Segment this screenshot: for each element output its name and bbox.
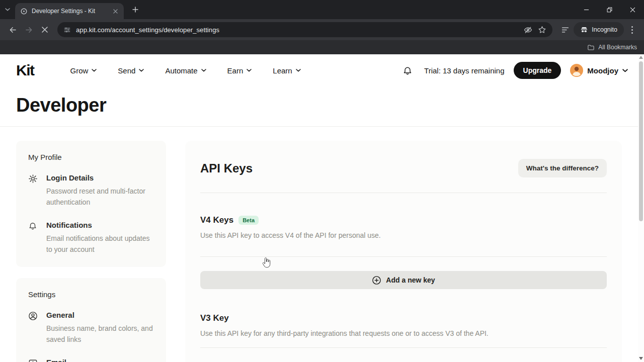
chevron-down-icon (139, 69, 144, 72)
sidebar-section-settings: Settings General Business name, brand co… (16, 278, 166, 362)
sidebar-item-description: Business name, brand colors, and saved l… (46, 323, 154, 345)
bell-icon (403, 65, 413, 75)
nav-item-send[interactable]: Send (118, 66, 144, 75)
scroll-down-button[interactable] (639, 357, 643, 360)
all-bookmarks-label: All Bookmarks (598, 44, 637, 51)
restore-icon (607, 7, 612, 13)
bookmarks-bar: All Bookmarks (0, 40, 644, 54)
chevron-down-icon (92, 69, 97, 72)
nav-item-automate[interactable]: Automate (165, 66, 206, 75)
browser-tab[interactable]: Developer Settings - Kit (15, 3, 124, 19)
upgrade-button[interactable]: Upgrade (514, 62, 561, 79)
tab-title: Developer Settings - Kit (32, 8, 107, 15)
v4-keys-header: V4 Keys Beta (200, 215, 607, 225)
header-right: Trial: 13 days remaining Upgrade Moodjoy (400, 62, 628, 79)
incognito-label: Incognito (592, 26, 617, 33)
new-tab-button[interactable] (128, 2, 143, 17)
account-menu[interactable]: Moodjoy (570, 64, 628, 77)
sidebar-item-general[interactable]: General Business name, brand colors, and… (28, 311, 154, 345)
inbox-icon (28, 358, 39, 362)
forward-button[interactable] (21, 22, 36, 37)
nav-item-grow[interactable]: Grow (70, 66, 97, 75)
sidebar-item-label: Notifications (46, 221, 154, 229)
gear-icon (28, 173, 39, 208)
window-controls (575, 0, 644, 19)
site-favicon-icon (20, 8, 28, 15)
sidebar-item-notifications[interactable]: Notifications Email notifications about … (28, 221, 154, 255)
tune-icon[interactable] (63, 26, 71, 34)
scroll-up-button[interactable] (639, 56, 643, 59)
minimize-icon (584, 7, 589, 13)
sidebar-section-title: My Profile (28, 153, 154, 161)
chevron-down-icon (5, 8, 10, 11)
site-header: Kit Grow Send Automate Earn (0, 54, 644, 86)
api-keys-header: API Keys What's the difference? (200, 159, 607, 177)
stop-x-icon (41, 26, 48, 33)
beta-badge: Beta (238, 216, 259, 225)
v3-key-title: V3 Key (200, 313, 607, 323)
page-scrollbar[interactable] (638, 54, 644, 362)
whats-the-difference-button[interactable]: What's the difference? (518, 159, 607, 177)
folder-icon (587, 44, 595, 51)
forward-arrow-icon (25, 26, 33, 34)
person-circle-icon (28, 311, 39, 345)
plus-icon (132, 7, 138, 13)
bookmark-star-icon[interactable] (538, 26, 546, 34)
browser-menu-button[interactable] (625, 23, 639, 37)
stop-loading-button[interactable] (37, 22, 52, 37)
kit-logo[interactable]: Kit (16, 62, 34, 79)
eye-slash-icon[interactable] (523, 25, 533, 35)
incognito-badge: Incognito (574, 22, 624, 37)
nav-item-learn[interactable]: Learn (273, 66, 300, 75)
sidebar-section-my-profile: My Profile Login Details Password reset … (16, 141, 166, 267)
main-nav: Grow Send Automate Earn Learn (70, 66, 301, 75)
incognito-spy-icon (580, 26, 588, 34)
sidebar-section-title: Settings (28, 290, 154, 299)
trial-countdown: Trial: 13 days remaining (424, 66, 505, 75)
nav-item-earn[interactable]: Earn (227, 66, 252, 75)
v3-key-description: Use this API key for any third-party int… (200, 329, 607, 337)
notifications-bell-button[interactable] (400, 63, 415, 78)
chevron-down-icon (247, 69, 252, 72)
v4-keys-title: V4 Keys (200, 215, 233, 225)
v4-keys-description: Use this API key to access V4 of the API… (200, 231, 607, 239)
sidebar-item-label: Email (46, 358, 66, 362)
url-text[interactable]: app.kit.com/account_settings/developer_s… (76, 26, 518, 34)
close-icon (113, 9, 118, 14)
api-keys-panel: API Keys What's the difference? V4 Keys … (185, 141, 622, 362)
page-title-wrap: Developer (0, 86, 644, 126)
sidebar-item-login-details[interactable]: Login Details Password reset and multi-f… (28, 173, 154, 208)
divider (200, 347, 607, 348)
back-button[interactable] (5, 22, 20, 37)
plus-circle-icon (372, 276, 381, 285)
chevron-down-icon (622, 69, 628, 72)
scrollbar-thumb[interactable] (639, 61, 643, 221)
sidebar-item-description: Email notifications about updates to you… (46, 233, 154, 255)
divider (200, 256, 607, 257)
tab-close-button[interactable] (111, 7, 120, 16)
bell-icon (28, 221, 39, 255)
sidebar-item-label: General (46, 311, 154, 319)
chevron-down-icon (201, 69, 206, 72)
sidebar-item-email[interactable]: Email (28, 358, 154, 362)
address-bar[interactable]: app.kit.com/account_settings/developer_s… (57, 22, 552, 37)
sidebar-item-description: Password reset and multi-factor authenti… (46, 186, 154, 208)
page-title: Developer (16, 95, 628, 116)
close-icon (630, 7, 635, 13)
back-arrow-icon (9, 26, 17, 34)
reading-list-icon[interactable] (557, 22, 573, 37)
account-name: Moodjoy (587, 66, 618, 75)
browser-titlebar: Developer Settings - Kit (0, 0, 644, 19)
browser-toolbar: app.kit.com/account_settings/developer_s… (0, 19, 644, 40)
restore-button[interactable] (598, 0, 621, 19)
tab-search-button[interactable] (0, 0, 15, 19)
all-bookmarks-button[interactable]: All Bookmarks (587, 44, 637, 51)
minimize-button[interactable] (575, 0, 598, 19)
web-page: Kit Grow Send Automate Earn (0, 54, 644, 362)
chevron-down-icon (296, 69, 301, 72)
close-window-button[interactable] (621, 0, 644, 19)
avatar (570, 64, 583, 77)
add-new-key-button[interactable]: Add a new key (200, 271, 607, 289)
content: My Profile Login Details Password reset … (0, 127, 644, 362)
divider (200, 193, 607, 193)
